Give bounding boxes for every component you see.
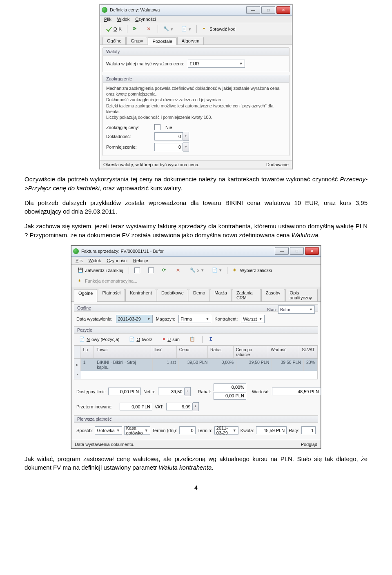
icon-button[interactable] [131,266,143,274]
delete-button[interactable]: ✕ Usuń [159,335,183,343]
cancel-button[interactable] [173,266,185,274]
tab-dodatkowe[interactable]: Dodatkowe [157,289,188,301]
currency-value: EUR [190,61,199,66]
col-cpr[interactable]: Cena po rabacie [234,346,268,358]
doc-button[interactable]: ▾ [209,266,225,274]
col-towar[interactable]: Towar [94,346,151,358]
tab-kontrahent[interactable]: Kontrahent [125,289,156,301]
kasa-dropdown[interactable]: Kasa gotówko▼ [124,426,150,435]
kwota-label: Kwota: [241,428,254,433]
minimize-button[interactable]: — [275,247,289,255]
wrench-icon [163,26,169,32]
state-dropdown[interactable]: Bufor▼ [278,305,315,314]
status-bar: Data wystawienia dokumentu. Podgląd [71,440,321,448]
menu-widok[interactable]: Widok [117,17,130,22]
col-cena[interactable]: Cena [177,346,208,358]
maximize-button[interactable]: □ [290,247,304,255]
tab-grupy[interactable]: Grupy [126,37,147,45]
new-position-button[interactable]: Nowy (Pozycja) [76,335,122,343]
chevron-down-icon: ▼ [238,62,243,66]
status-text: Określa walutę, w której ma być wyrażona… [103,162,199,167]
round-label: Zaokrąglaj ceny: [106,125,151,130]
icon-button[interactable] [145,266,157,274]
history-button[interactable]: 📋 [187,335,198,343]
rabat-amount[interactable] [214,392,246,400]
tab-pozostale[interactable]: Pozostałe [148,37,176,45]
refresh-button[interactable] [130,25,141,33]
col-wartosc[interactable]: Wartość [268,346,299,358]
round-checkbox[interactable] [154,124,160,130]
vat-spinner[interactable]: + [166,402,199,411]
currency-dropdown[interactable]: EUR▼ [188,60,245,68]
sum-button[interactable] [207,335,218,343]
confirm-close-button[interactable]: Zatwierdź i zamknij [75,266,126,274]
tab-zasoby[interactable]: Zasoby [261,289,285,301]
tab-ogolne[interactable]: Ogólne [102,37,126,45]
col-rabat[interactable]: Rabat [208,346,234,358]
kwota-field[interactable] [256,426,287,434]
square-icon [148,267,154,273]
refresh-button[interactable] [159,266,171,274]
demo-function-button[interactable]: Funkcja demonstracyjna... [75,277,140,285]
contractor-dropdown[interactable]: Warsztat Samochodowy DRYNDA Wiesław Golu… [241,315,264,323]
menu-relacje[interactable]: Relacje [133,258,148,263]
menu-bar: PPliklik Widok Czynności [100,16,292,23]
check-code-button[interactable]: Sprawdź kod [199,25,238,33]
window-title: Faktura sprzedaży: FV/000001/11 - Bufor [81,249,275,254]
rabat-pct[interactable] [214,383,246,391]
netto-label: Netto: [143,389,155,394]
netto-spinner[interactable]: + [158,387,191,396]
tab-platnosci[interactable]: Płatności [98,289,125,301]
tab-marza[interactable]: Marża [210,289,232,301]
ok-button[interactable]: OK [103,25,125,33]
vat-label: VAT: [155,404,164,409]
tabs: Ogólne Grupy Pozostałe Algorytm [100,35,292,45]
close-button[interactable]: ✕ [276,6,290,14]
doc-button[interactable]: ▾ [178,25,194,33]
currency-label: Waluta w jakiej ma być wyrażona cena: [106,61,185,66]
date-dropdown[interactable]: 2011-03-29▼ [116,315,153,323]
tools-button[interactable]: ▾ [160,25,176,33]
menu-czynnosci[interactable]: Czynności [135,17,156,22]
tab-zadania[interactable]: Zadania CRM [232,289,261,301]
raty-field[interactable] [301,426,316,434]
section-pozycje: Pozycje [74,326,318,334]
status-text: Data wystawienia dokumentu. [75,442,134,447]
menu-czynnosci[interactable]: Czynności [107,258,127,263]
tab-ogolne[interactable]: Ogólne [74,289,97,302]
x-icon [147,26,152,32]
menu-widok[interactable]: Widok [89,258,101,263]
cancel-button[interactable] [144,25,155,33]
table-row[interactable]: ▸ 1 BIKINI - Bikini - Strój kąpie... 1 s… [74,359,318,371]
select-advances-button[interactable]: Wybierz zaliczki [230,266,275,274]
window-invoice: Faktura sprzedaży: FV/000001/11 - Bufor … [71,245,321,449]
square-icon [134,267,140,273]
tab-opis[interactable]: Opis analityczny [285,289,318,301]
termindni-label: Termin (dni): [152,428,177,433]
warehouse-dropdown[interactable]: Firma▼ [178,315,211,323]
decrease-spinner[interactable]: ÷ [154,143,189,152]
wand-icon [233,267,238,273]
table-row-new[interactable]: * [74,371,318,379]
col-ilosc[interactable]: Ilość [151,346,177,358]
group-header: Zaokrąglenie [103,75,289,83]
precision-spinner[interactable]: ÷ [154,132,189,141]
maximize-button[interactable]: □ [261,6,275,14]
minimize-button[interactable]: — [246,6,260,14]
tab-demo[interactable]: Demo [189,289,209,301]
open-button[interactable]: Otwórz [126,335,155,343]
titlebar: Faktura sprzedaży: FV/000001/11 - Bufor … [71,246,321,257]
close-button[interactable]: ✕ [305,247,319,255]
rounding-description: Mechanizm zaokrąglenia pozwala zdefiniow… [106,85,286,120]
tab-algorytm[interactable]: Algorytm [177,37,204,45]
col-lp[interactable]: Lp [80,346,94,358]
status-mode: Dodawanie [266,162,289,167]
tools-button[interactable]: 2▾ [187,266,207,274]
menu-plik[interactable]: PPliklik [104,17,111,22]
menu-plik[interactable]: Plik [76,258,83,263]
termin-dropdown[interactable]: 2011-03-29▼ [214,426,238,435]
chevron-down-icon: ▼ [307,308,313,312]
sposob-dropdown[interactable]: Gotówka▼ [95,426,122,435]
termindni-field[interactable] [179,426,196,434]
col-stvat[interactable]: St.VAT [299,346,318,358]
